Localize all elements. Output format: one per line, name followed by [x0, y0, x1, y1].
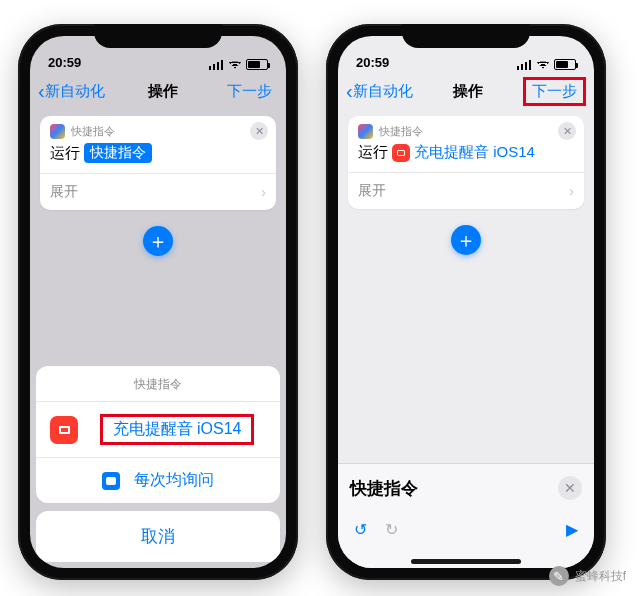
status-time: 20:59 — [48, 55, 81, 70]
expand-row[interactable]: 展开 › — [348, 172, 584, 209]
chevron-left-icon: ‹ — [38, 81, 45, 101]
nav-bar: ‹ 新自动化 操作 下一步 — [30, 72, 286, 110]
screen-right: 20:59 ‹ 新自动化 操作 下一步 — [338, 36, 594, 568]
shortcuts-app-icon — [358, 124, 373, 139]
undo-button[interactable]: ↺ — [354, 520, 367, 539]
back-label: 新自动化 — [45, 82, 105, 101]
card-app-label: 快捷指令 — [379, 124, 423, 139]
ask-label: 每次均询问 — [134, 470, 214, 491]
highlight-box: 充电提醒音 iOS14 — [100, 414, 255, 445]
signal-icon — [209, 60, 224, 70]
panel-title: 快捷指令 — [350, 477, 550, 500]
watermark-text: 蜜蜂科技f — [575, 568, 626, 585]
battery-shortcut-icon — [50, 416, 78, 444]
sheet-option-shortcut[interactable]: 充电提醒音 iOS14 — [36, 401, 280, 457]
sheet-option-ask[interactable]: 每次均询问 — [36, 457, 280, 503]
back-button[interactable]: ‹ 新自动化 — [346, 81, 413, 101]
card-app-label: 快捷指令 — [71, 124, 115, 139]
content-area: 快捷指令 ✕ 运行 快捷指令 展开 › ＋ — [30, 110, 286, 256]
chevron-right-icon: › — [569, 183, 574, 199]
wechat-icon: ✎ — [549, 566, 569, 586]
status-time: 20:59 — [356, 55, 389, 70]
expand-label: 展开 — [358, 182, 386, 200]
chevron-left-icon: ‹ — [346, 81, 353, 101]
back-button[interactable]: ‹ 新自动化 — [38, 81, 105, 101]
wifi-icon — [536, 60, 550, 70]
back-label: 新自动化 — [353, 82, 413, 101]
play-button[interactable]: ▶ — [566, 520, 578, 539]
content-area: 快捷指令 ✕ 运行 充电提醒音 iOS14 展开 › ＋ — [338, 110, 594, 255]
shortcut-picker-sheet: 快捷指令 充电提醒音 iOS14 每次均询问 取消 — [36, 366, 280, 562]
add-action-button[interactable]: ＋ — [451, 225, 481, 255]
signal-icon — [517, 60, 532, 70]
status-icons — [209, 59, 268, 70]
sheet-cancel-button[interactable]: 取消 — [36, 511, 280, 562]
panel-close-button[interactable]: ✕ — [558, 476, 582, 500]
run-shortcut-card[interactable]: 快捷指令 ✕ 运行 充电提醒音 iOS14 展开 › — [348, 116, 584, 209]
sheet-title: 快捷指令 — [36, 366, 280, 401]
home-indicator[interactable] — [411, 559, 521, 564]
phone-right: 20:59 ‹ 新自动化 操作 下一步 — [326, 24, 606, 580]
status-icons — [517, 59, 576, 70]
shortcuts-app-icon — [50, 124, 65, 139]
battery-icon — [554, 59, 576, 70]
screen-left: 20:59 ‹ 新自动化 操作 下一步 — [30, 36, 286, 568]
run-shortcut-card[interactable]: 快捷指令 ✕ 运行 快捷指令 展开 › — [40, 116, 276, 210]
battery-icon — [246, 59, 268, 70]
selected-shortcut-label[interactable]: 充电提醒音 iOS14 — [414, 143, 535, 162]
phone-left: 20:59 ‹ 新自动化 操作 下一步 — [18, 24, 298, 580]
ask-icon — [102, 472, 120, 490]
next-label: 下一步 — [532, 82, 577, 99]
page-title: 操作 — [148, 82, 178, 101]
notch — [402, 24, 530, 48]
nav-bar: ‹ 新自动化 操作 下一步 — [338, 72, 594, 110]
wifi-icon — [228, 60, 242, 70]
watermark: ✎ 蜜蜂科技f — [549, 566, 626, 586]
notch — [94, 24, 222, 48]
redo-button[interactable]: ↻ — [385, 520, 398, 539]
cancel-label: 取消 — [141, 527, 175, 546]
add-action-button[interactable]: ＋ — [143, 226, 173, 256]
expand-label: 展开 — [50, 183, 78, 201]
run-prefix: 运行 — [50, 144, 80, 163]
shortcut-option-label: 充电提醒音 iOS14 — [113, 420, 242, 437]
expand-row[interactable]: 展开 › — [40, 173, 276, 210]
page-title: 操作 — [453, 82, 483, 101]
bottom-panel: 快捷指令 ✕ ↺ ↻ ▶ — [338, 463, 594, 568]
next-button[interactable]: 下一步 — [523, 77, 586, 106]
remove-card-button[interactable]: ✕ — [558, 122, 576, 140]
next-button[interactable]: 下一步 — [221, 80, 278, 103]
remove-card-button[interactable]: ✕ — [250, 122, 268, 140]
shortcut-placeholder-pill[interactable]: 快捷指令 — [84, 143, 152, 163]
run-prefix: 运行 — [358, 143, 388, 162]
chevron-right-icon: › — [261, 184, 266, 200]
battery-shortcut-icon — [392, 144, 410, 162]
